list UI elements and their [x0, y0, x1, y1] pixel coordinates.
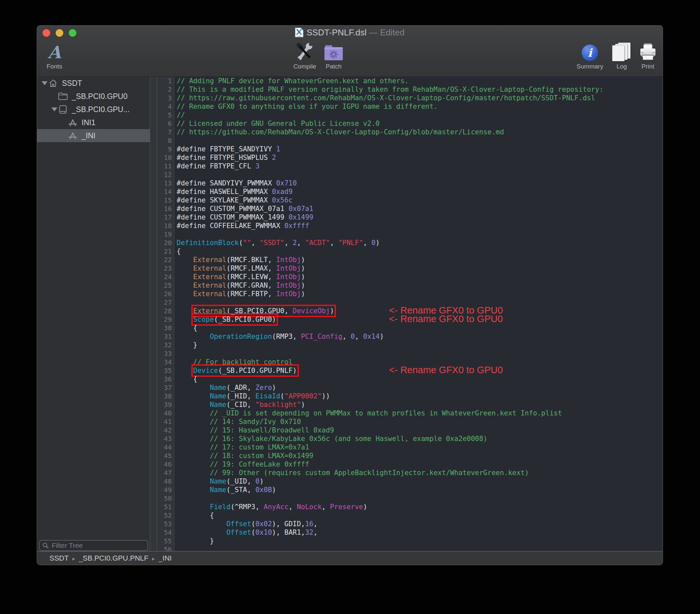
annotation-note: <- Rename GFX0 to GPU0 — [389, 315, 503, 323]
line-number: 13 — [157, 179, 172, 187]
line-number: 47 — [157, 468, 172, 477]
code-line-56 — [177, 545, 663, 552]
sidebar-item--sb-pci0-gpu0[interactable]: _SB.PCI0.GPU0 — [37, 90, 150, 103]
code-line-7: // https://github.com/RehabMan/OS-X-Clov… — [177, 128, 663, 136]
code-line-26: External(RMCF.FBTP, IntObj) — [177, 290, 663, 298]
method-icon — [68, 131, 78, 140]
line-number: 6 — [157, 119, 172, 128]
filter-field — [39, 540, 148, 551]
code-line-15: #define SKYLAKE_PWMMAX 0x56c — [177, 196, 663, 204]
sidebar-item-ssdt[interactable]: SSDT — [37, 77, 150, 90]
line-number: 4 — [157, 102, 172, 111]
code-line-3: // https://raw.githubusercontent.com/Reh… — [177, 94, 663, 102]
code-line-30: { — [177, 324, 663, 332]
line-number: 22 — [157, 255, 172, 264]
fonts-icon: A — [48, 44, 61, 61]
code-line-39: Name(_CID, "backlight") — [177, 400, 663, 409]
code-line-8 — [177, 136, 663, 145]
line-number: 26 — [157, 290, 172, 298]
line-number: 19 — [157, 230, 172, 239]
window-title: SSDT-PNLF.dsl — Edited — [307, 27, 404, 38]
summary-button[interactable]: i Summary — [574, 42, 606, 70]
breadcrumb-separator-icon: ▸ — [72, 556, 75, 562]
code-line-55: } — [177, 537, 663, 545]
folder-icon — [58, 92, 68, 100]
code-line-37: Name(_ADR, Zero) — [177, 383, 663, 392]
svg-text:DSL: DSL — [298, 35, 301, 37]
summary-label: Summary — [574, 63, 606, 70]
line-number: 32 — [157, 341, 172, 349]
code-line-1: // Adding PNLF device for WhateverGreen.… — [177, 77, 663, 85]
compile-button[interactable]: Compile — [290, 42, 320, 70]
compile-label: Compile — [290, 63, 320, 70]
print-button[interactable]: Print — [635, 42, 661, 70]
code-line-19 — [177, 230, 663, 239]
sidebar-item-ini1[interactable]: INI1 — [37, 116, 150, 129]
code-editor[interactable]: // Adding PNLF device for WhateverGreen.… — [174, 77, 663, 552]
document-icon: DSL — [295, 27, 303, 38]
annotation-box: External(_SB.PCI0.GPU0, DeviceObj) — [193, 307, 334, 315]
code-line-47: // 99: Other (requires custom AppleBackl… — [177, 468, 663, 477]
code-line-52: { — [177, 511, 663, 519]
device-icon — [58, 105, 68, 114]
line-number: 14 — [157, 187, 172, 196]
code-line-11: #define FBTYPE_CFL 3 — [177, 162, 663, 171]
annotation-box: Device(_SB.PCI0.GPU.PNLF) — [193, 366, 297, 375]
line-number: 12 — [157, 171, 172, 179]
code-line-6: // Licensed under GNU General Public Lic… — [177, 119, 663, 128]
code-line-49: Name(_STA, 0x0B) — [177, 486, 663, 494]
line-number: 34 — [157, 358, 172, 366]
line-number: 31 — [157, 332, 172, 341]
split-divider[interactable] — [150, 77, 157, 552]
sidebar-item--ini[interactable]: _INI — [37, 129, 150, 142]
line-number: 35 — [157, 366, 172, 375]
line-number: 25 — [157, 281, 172, 290]
annotation-box: Scope(_SB.PCI0.GPU0) — [193, 315, 276, 324]
breadcrumb-item[interactable]: _SB.PCI0.GPU.PNLF — [79, 554, 148, 562]
patch-button[interactable]: Patch — [319, 42, 348, 70]
line-number: 2 — [157, 85, 172, 94]
tree-item-label: _SB.PCI0.GPU... — [72, 105, 129, 114]
line-number: 43 — [157, 435, 172, 443]
line-number: 28 — [157, 307, 172, 315]
line-number: 5 — [157, 111, 172, 119]
code-line-38: Name(_HID, EisaId("APP0002")) — [177, 392, 663, 400]
code-line-2: // This is a modified PNLF version origi… — [177, 85, 663, 94]
sidebar-item--sb-pci0-gpu-[interactable]: _SB.PCI0.GPU... — [37, 103, 150, 116]
line-number: 9 — [157, 145, 172, 153]
code-line-18: #define COFFEELAKE_PWMMAX 0xffff — [177, 222, 663, 230]
code-line-25: External(RMCF.GRAN, IntObj) — [177, 281, 663, 290]
line-number: 36 — [157, 375, 172, 383]
line-number: 30 — [157, 324, 172, 332]
code-line-21: { — [177, 247, 663, 255]
print-label: Print — [635, 63, 661, 70]
breadcrumb-separator-icon: ▸ — [152, 556, 155, 562]
line-number: 42 — [157, 426, 172, 435]
annotation-note: <- Rename GFX0 to GPU0 — [389, 366, 503, 374]
ssdt-tree: SSDT_SB.PCI0.GPU0_SB.PCI0.GPU...INI1_INI — [37, 77, 150, 142]
titlebar: DSL SSDT-PNLF.dsl — Edited — [37, 26, 663, 39]
code-line-16: #define CUSTOM_PWMMAX_07a1 0x07a1 — [177, 204, 663, 213]
filter-tree-input[interactable] — [51, 541, 145, 550]
line-number: 11 — [157, 162, 172, 171]
line-number: 29 — [157, 315, 172, 324]
log-icon — [609, 42, 635, 61]
line-number: 18 — [157, 222, 172, 230]
compile-icon — [290, 42, 320, 61]
breadcrumb-item[interactable]: SSDT — [49, 554, 69, 562]
code-line-4: // Rename GFX0 to anything else if your … — [177, 102, 663, 111]
log-button[interactable]: Log — [609, 42, 635, 70]
code-line-53: Offset(0x02), GDID,16, — [177, 519, 663, 528]
disclosure-triangle-icon[interactable] — [41, 81, 48, 85]
fonts-button[interactable]: A Fonts — [40, 42, 69, 70]
home-icon — [48, 79, 58, 88]
line-number: 1 — [157, 77, 172, 85]
line-number: 51 — [157, 503, 172, 511]
line-number: 53 — [157, 519, 172, 528]
code-line-9: #define FBTYPE_SANDYIVY 1 — [177, 145, 663, 153]
code-line-23: External(RMCF.LMAX, IntObj) — [177, 264, 663, 273]
disclosure-triangle-icon[interactable] — [51, 108, 58, 111]
maciasl-window: DSL SSDT-PNLF.dsl — Edited A Fonts Com — [37, 25, 663, 565]
code-line-43: // 16: Skylake/KabyLake 0x56c (and some … — [177, 435, 663, 443]
breadcrumb-item[interactable]: _INI — [159, 554, 172, 562]
